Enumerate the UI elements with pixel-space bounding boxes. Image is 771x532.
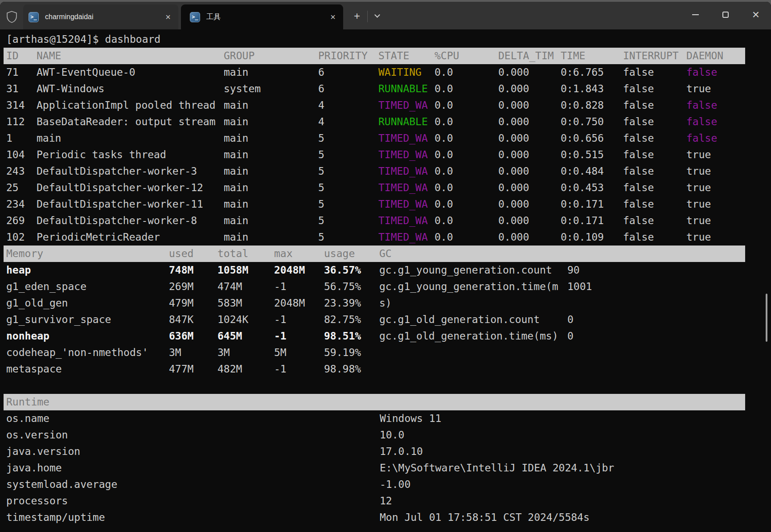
cell-thread-id: 1 [6,130,12,147]
cell-thread-id: 112 [6,114,25,130]
cell-thread-daemon: true [686,196,711,213]
tab-close-icon[interactable]: × [161,10,175,24]
cell-memory-total: 3M [217,344,230,361]
cell-thread-deltatime: 0.000 [498,97,529,114]
cell-thread-interrupt: false [623,114,654,130]
col-header-state: STATE [378,48,409,64]
cell-memory-max: 5M [274,344,287,361]
screen: >_ charmingdaidai × >_ 工具 × + [0,0,771,532]
thread-row: 112 BaseDataReader: output stream main 4… [0,114,771,130]
cell-thread-priority: 6 [318,64,324,81]
cell-memory-name: nonheap [6,328,49,344]
cell-thread-state: TIMED_WA [378,229,428,246]
cell-memory-used: 748M [169,262,193,278]
minimize-icon [692,14,699,15]
cell-thread-name: DefaultDispatcher-worker-12 [37,180,203,196]
cell-memory-max: 2048M [274,262,305,278]
cell-thread-time: 0:0.171 [561,213,604,229]
cell-thread-priority: 5 [318,196,324,213]
cell-thread-deltatime: 0.000 [498,147,529,163]
runtime-table-body: os.name Windows 11 os.version 10.0 java.… [0,410,771,526]
terminal-viewport[interactable]: [arthas@15204]$ dashboard ID NAME GROUP … [0,29,771,532]
cell-thread-daemon: false [686,64,717,81]
runtime-row: java.version 17.0.10 [0,443,771,460]
cell-memory-usage: 82.75% [324,311,361,328]
thread-row: 1 main main 5 TIMED_WA 0.0 0.000 0:0.656… [0,130,771,147]
scrollbar-thumb[interactable] [766,294,767,342]
blank-line [0,377,771,394]
tab-gongju[interactable]: >_ 工具 × [181,4,343,29]
cell-thread-deltatime: 0.000 [498,180,529,196]
cell-thread-name: DefaultDispatcher-worker-11 [37,196,203,213]
cell-thread-daemon: false [686,97,717,114]
cell-thread-id: 314 [6,97,25,114]
cell-thread-time: 0:6.765 [561,64,604,81]
close-button[interactable]: × [741,2,771,28]
cell-thread-state: TIMED_WA [378,97,428,114]
col-header-deltatime: DELTA_TIM [498,48,554,64]
cell-runtime-key: systemload.average [6,476,117,493]
cell-memory-total: 583M [217,295,242,311]
cell-gc-key: s) [379,295,392,311]
runtime-table-header: Runtime [0,394,771,410]
thread-row: 243 DefaultDispatcher-worker-3 main 5 TI… [0,163,771,180]
maximize-button[interactable] [710,2,741,28]
cell-gc-key: gc.g1_young_generation.time(m [379,278,558,295]
runtime-row: os.version 10.0 [0,427,771,443]
runtime-row: java.home E:\MySoftware\IntelliJ IDEA 20… [0,460,771,476]
cell-thread-group: main [224,147,248,163]
cell-thread-priority: 5 [318,213,324,229]
tab-title: charmingdaidai [45,13,161,21]
cell-memory-name: g1_survivor_space [6,311,111,328]
new-tab-button[interactable]: + [349,8,365,24]
cell-memory-name: g1_eden_space [6,278,86,295]
cell-thread-name: ApplicationImpl pooled thread [37,97,216,114]
thread-row: 25 DefaultDispatcher-worker-12 main 5 TI… [0,180,771,196]
cell-thread-interrupt: false [623,147,654,163]
cell-runtime-value: E:\MySoftware\IntelliJ IDEA 2024.1\jbr [380,460,614,476]
col-header-usage: usage [324,246,355,262]
runtime-row: processors 12 [0,493,771,509]
memory-row: g1_old_gen 479M 583M 2048M 23.39% s) [0,295,771,311]
memory-table-body: heap 748M 1058M 2048M 36.57% gc.g1_young… [0,262,771,377]
thread-row: 102 PeriodicMetricReader main 5 TIMED_WA… [0,229,771,246]
cell-memory-total: 482M [217,361,242,377]
cell-memory-used: 636M [169,328,193,344]
cell-memory-max: -1 [274,278,287,295]
cell-thread-priority: 4 [318,114,324,130]
tab-charmingdaidai[interactable]: >_ charmingdaidai × [23,4,178,29]
memory-row: codeheap_'non-nmethods' 3M 3M 5M 59.19% [0,344,771,361]
memory-table-header: Memory used total max usage GC [0,246,771,262]
cell-thread-state: TIMED_WA [378,147,428,163]
tab-dropdown-button[interactable] [369,8,385,24]
thread-row: 269 DefaultDispatcher-worker-8 main 5 TI… [0,213,771,229]
cell-thread-time: 0:0.750 [561,114,604,130]
cell-thread-daemon: true [686,81,711,97]
cell-thread-daemon: true [686,163,711,180]
window-controls: × [680,2,771,28]
cell-thread-deltatime: 0.000 [498,163,529,180]
col-header-interrupt: INTERRUPT [623,48,679,64]
cell-thread-time: 0:0.828 [561,97,604,114]
cell-gc-value: 0 [567,328,574,344]
cell-thread-daemon: true [686,147,711,163]
cell-thread-id: 31 [6,81,19,97]
cell-thread-deltatime: 0.000 [498,64,529,81]
cell-thread-interrupt: false [623,81,654,97]
cell-thread-name: DefaultDispatcher-worker-3 [37,163,197,180]
thread-table-header: ID NAME GROUP PRIORITY STATE %CPU DELTA_… [0,48,771,64]
cell-thread-priority: 4 [318,97,324,114]
cell-thread-group: main [224,130,248,147]
tab-close-icon[interactable]: × [326,10,340,24]
cell-thread-group: main [224,97,248,114]
cell-runtime-key: processors [6,493,68,509]
minimize-button[interactable] [680,2,710,28]
cell-thread-interrupt: false [623,130,654,147]
col-header-cpu: %CPU [435,48,459,64]
col-header-time: TIME [561,48,585,64]
titlebar[interactable]: >_ charmingdaidai × >_ 工具 × + [0,2,771,29]
cell-thread-group: main [224,114,248,130]
memory-row: g1_eden_space 269M 474M -1 56.75% gc.g1_… [0,278,771,295]
cell-thread-time: 0:0.109 [561,229,604,246]
cell-runtime-value: 12 [380,493,392,509]
